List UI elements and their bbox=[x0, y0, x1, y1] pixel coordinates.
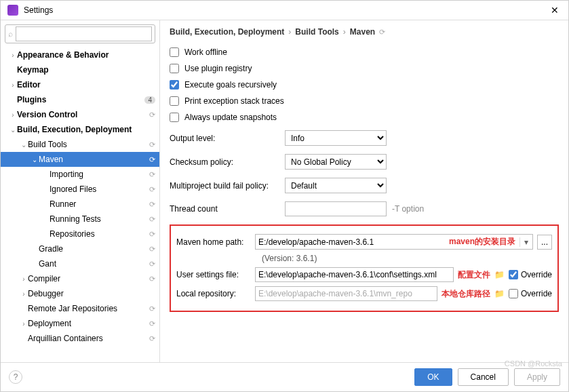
always-update-label: Always update snapshots bbox=[184, 113, 277, 122]
restart-icon: ⟳ bbox=[149, 215, 155, 224]
restart-icon: ⟳ bbox=[149, 260, 155, 269]
sidebar-item-build-execution-deployment[interactable]: ⌄Build, Execution, Deployment bbox=[1, 122, 159, 137]
apply-button[interactable]: Apply bbox=[514, 368, 560, 386]
sidebar-item-ignored-files[interactable]: Ignored Files⟳ bbox=[1, 182, 159, 197]
restart-icon: ⟳ bbox=[149, 155, 155, 164]
titlebar: Settings ✕ bbox=[1, 1, 568, 20]
user-settings-label: User settings file: bbox=[176, 270, 251, 279]
chevron-right-icon: › bbox=[343, 27, 346, 37]
window-title: Settings bbox=[24, 5, 548, 15]
sidebar-item-label: Deployment bbox=[28, 319, 146, 328]
thread-count-input[interactable] bbox=[285, 201, 387, 216]
sidebar-item-plugins[interactable]: Plugins4 bbox=[1, 92, 159, 107]
crumb-2[interactable]: Build Tools bbox=[295, 27, 338, 37]
sidebar-item-label: Maven bbox=[39, 155, 146, 164]
sidebar-item-label: Keymap bbox=[17, 65, 155, 75]
cancel-button[interactable]: Cancel bbox=[458, 368, 509, 386]
sidebar-item-arquillian-containers[interactable]: Arquillian Containers⟳ bbox=[1, 331, 159, 346]
search-box[interactable]: ⌕ bbox=[5, 24, 155, 43]
sidebar-item-deployment[interactable]: ›Deployment⟳ bbox=[1, 316, 159, 331]
sidebar-item-running-tests[interactable]: Running Tests⟳ bbox=[1, 212, 159, 227]
output-level-label: Output level: bbox=[170, 134, 285, 143]
sidebar-item-label: Arquillian Containers bbox=[28, 334, 146, 343]
maven-version: (Version: 3.6.1) bbox=[176, 254, 552, 263]
user-settings-input[interactable] bbox=[255, 267, 454, 282]
maven-paths-box: Maven home path: maven的安装目录 ▾ ... (Versi… bbox=[170, 224, 559, 312]
crumb-1[interactable]: Build, Execution, Deployment bbox=[170, 27, 284, 37]
execute-recursively-label: Execute goals recursively bbox=[184, 80, 277, 90]
local-repo-input[interactable] bbox=[255, 286, 437, 301]
sidebar-item-label: Plugins bbox=[17, 95, 144, 104]
sidebar-item-remote-jar-repositories[interactable]: Remote Jar Repositories⟳ bbox=[1, 301, 159, 316]
expander-icon[interactable]: › bbox=[20, 275, 28, 283]
expander-icon[interactable]: › bbox=[9, 52, 17, 59]
sidebar-item-keymap[interactable]: Keymap bbox=[1, 62, 159, 77]
folder-icon[interactable]: 📁 bbox=[494, 270, 505, 279]
watermark: CSDN @Rocksta bbox=[505, 359, 562, 368]
output-level-select[interactable]: Info bbox=[285, 130, 387, 146]
search-input[interactable] bbox=[16, 26, 152, 41]
sidebar-item-label: Repositories bbox=[50, 229, 146, 239]
chevron-down-icon[interactable]: ▾ bbox=[519, 237, 532, 247]
execute-recursively-checkbox[interactable] bbox=[170, 80, 179, 90]
sidebar-item-compiler[interactable]: ›Compiler⟳ bbox=[1, 271, 159, 286]
sidebar-item-label: Build Tools bbox=[28, 140, 146, 149]
sidebar-item-gradle[interactable]: Gradle⟳ bbox=[1, 241, 159, 256]
expander-icon[interactable]: › bbox=[20, 320, 28, 328]
sidebar-item-label: Remote Jar Repositories bbox=[28, 304, 146, 313]
sidebar-item-label: Appearance & Behavior bbox=[17, 50, 155, 60]
override-repo-checkbox[interactable] bbox=[509, 289, 518, 298]
expander-icon[interactable]: › bbox=[20, 290, 28, 298]
maven-home-input[interactable] bbox=[256, 237, 449, 247]
browse-home-button[interactable]: ... bbox=[537, 235, 552, 250]
plugin-registry-checkbox[interactable] bbox=[170, 64, 179, 73]
multiproject-label: Multiproject build fail policy: bbox=[170, 181, 285, 191]
expander-icon[interactable]: › bbox=[9, 111, 17, 119]
work-offline-label: Work offline bbox=[184, 47, 227, 57]
always-update-checkbox[interactable] bbox=[170, 113, 179, 122]
sidebar-item-version-control[interactable]: ›Version Control⟳ bbox=[1, 107, 159, 122]
crumb-3: Maven bbox=[350, 27, 375, 37]
sidebar-item-gant[interactable]: Gant⟳ bbox=[1, 256, 159, 271]
sidebar-item-label: Gant bbox=[39, 259, 146, 269]
ok-button[interactable]: OK bbox=[414, 368, 452, 386]
sidebar-item-importing[interactable]: Importing⟳ bbox=[1, 167, 159, 182]
help-button[interactable]: ? bbox=[9, 370, 22, 384]
maven-home-combo[interactable]: maven的安装目录 ▾ bbox=[255, 234, 533, 250]
settings-annotation: 配置文件 bbox=[458, 269, 490, 281]
multiproject-select[interactable]: Default bbox=[285, 178, 387, 193]
sidebar: ⌕ ›Appearance & BehaviorKeymap›EditorPlu… bbox=[1, 20, 160, 362]
sidebar-item-maven[interactable]: ⌄Maven⟳ bbox=[1, 152, 159, 167]
maven-home-annotation: maven的安装目录 bbox=[449, 236, 519, 248]
close-icon[interactable]: ✕ bbox=[548, 5, 562, 16]
folder-icon[interactable]: 📁 bbox=[494, 289, 505, 298]
sidebar-item-build-tools[interactable]: ⌄Build Tools⟳ bbox=[1, 137, 159, 152]
expander-icon[interactable]: › bbox=[9, 81, 17, 89]
chevron-right-icon: › bbox=[288, 27, 291, 37]
sidebar-item-editor[interactable]: ›Editor bbox=[1, 77, 159, 92]
sidebar-item-label: Running Tests bbox=[50, 214, 146, 224]
sidebar-item-runner[interactable]: Runner⟳ bbox=[1, 197, 159, 212]
sidebar-item-repositories[interactable]: Repositories⟳ bbox=[1, 227, 159, 241]
expander-icon[interactable]: ⌄ bbox=[31, 156, 39, 163]
checksum-select[interactable]: No Global Policy bbox=[285, 154, 387, 170]
thread-hint: -T option bbox=[392, 204, 424, 214]
sidebar-item-debugger[interactable]: ›Debugger bbox=[1, 286, 159, 301]
badge: 4 bbox=[144, 96, 155, 104]
print-stack-label: Print exception stack traces bbox=[184, 96, 284, 106]
sidebar-item-label: Build, Execution, Deployment bbox=[17, 125, 155, 134]
restart-icon: ⟳ bbox=[149, 319, 155, 328]
expander-icon[interactable]: ⌄ bbox=[9, 126, 17, 134]
override-settings-checkbox[interactable] bbox=[509, 270, 518, 279]
sidebar-item-label: Editor bbox=[17, 80, 155, 90]
sidebar-item-appearance-behavior[interactable]: ›Appearance & Behavior bbox=[1, 47, 159, 62]
work-offline-checkbox[interactable] bbox=[170, 47, 179, 57]
app-icon bbox=[7, 5, 18, 16]
print-stack-checkbox[interactable] bbox=[170, 96, 179, 106]
restart-icon: ⟳ bbox=[149, 230, 155, 239]
restart-icon: ⟳ bbox=[149, 170, 155, 179]
expander-icon[interactable]: ⌄ bbox=[20, 141, 28, 149]
footer: ? OK Cancel Apply bbox=[1, 362, 568, 391]
sidebar-item-label: Compiler bbox=[28, 274, 146, 283]
override-label-2: Override bbox=[521, 289, 552, 298]
